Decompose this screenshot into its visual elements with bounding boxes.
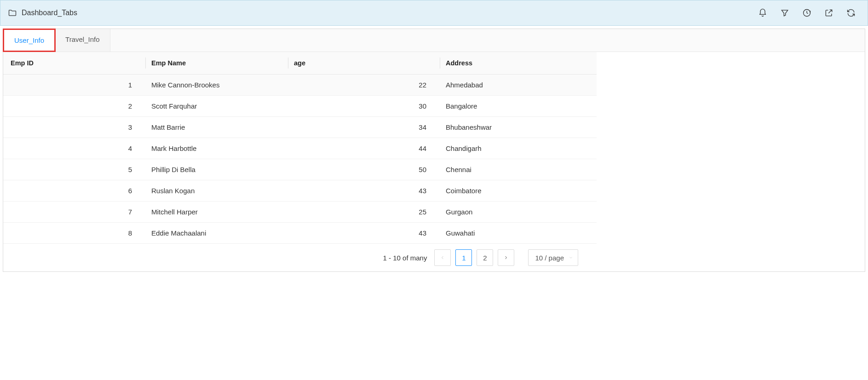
cell-address: Chandigarh [440, 138, 597, 159]
cell-emp-id: 1 [3, 75, 146, 96]
chevron-right-icon [503, 255, 509, 260]
col-address[interactable]: Address [440, 52, 597, 75]
col-emp-name[interactable]: Emp Name [146, 52, 288, 75]
cell-address: Chennai [440, 159, 597, 180]
page-size-select[interactable]: 10 / page [528, 249, 578, 266]
cell-emp-id: 2 [3, 96, 146, 117]
table-row[interactable]: 1Mike Cannon-Brookes22Ahmedabad [3, 75, 597, 96]
folder-icon [8, 8, 17, 17]
export-icon[interactable] [824, 8, 834, 17]
cell-age: 34 [288, 117, 440, 138]
cell-address: Gurgaon [440, 202, 597, 223]
cell-emp-name: Mark Harbottle [146, 138, 288, 159]
cell-emp-name: Ruslan Kogan [146, 180, 288, 202]
col-age[interactable]: age [288, 52, 440, 75]
page-button-2[interactable]: 2 [477, 249, 493, 266]
cell-emp-name: Phillip Di Bella [146, 159, 288, 180]
cell-emp-id: 7 [3, 202, 146, 223]
cell-age: 43 [288, 180, 440, 202]
tab-travel_info[interactable]: Travel_Info [55, 29, 110, 52]
cell-age: 44 [288, 138, 440, 159]
tab-user_info[interactable]: User_Info [3, 29, 56, 52]
cell-emp-id: 4 [3, 138, 146, 159]
table-container: Emp ID Emp Name age Address 1Mike Cannon… [3, 52, 597, 244]
cell-emp-id: 3 [3, 117, 146, 138]
cell-address: Ahmedabad [440, 75, 597, 96]
table-scroll[interactable]: 1Mike Cannon-Brookes22Ahmedabad2Scott Fa… [3, 75, 597, 244]
chevron-left-icon [440, 255, 445, 260]
table-row[interactable]: 7Mitchell Harper25Gurgaon [3, 202, 597, 223]
page-buttons: 12 [455, 249, 493, 266]
cell-age: 50 [288, 159, 440, 180]
chevron-down-icon [569, 255, 573, 260]
table-row[interactable]: 5Phillip Di Bella50Chennai [3, 159, 597, 180]
cell-age: 43 [288, 223, 440, 244]
clock-refresh-icon[interactable] [802, 8, 811, 17]
pagination-info: 1 - 10 of many [383, 254, 427, 262]
header-left: Dashboard_Tabs [8, 8, 77, 17]
table-row[interactable]: 2Scott Farquhar30Bangalore [3, 96, 597, 117]
cell-emp-id: 8 [3, 223, 146, 244]
cell-emp-name: Mitchell Harper [146, 202, 288, 223]
col-emp-id[interactable]: Emp ID [3, 52, 146, 75]
page-button-1[interactable]: 1 [455, 249, 472, 266]
table-row[interactable]: 4Mark Harbottle44Chandigarh [3, 138, 597, 159]
next-page-button[interactable] [498, 249, 514, 266]
pagination: 1 - 10 of many 12 10 / page [3, 244, 597, 271]
table-row[interactable]: 6Ruslan Kogan43Coimbatore [3, 180, 597, 202]
refresh-icon[interactable] [846, 8, 856, 17]
cell-emp-name: Eddie Machaalani [146, 223, 288, 244]
cell-emp-name: Matt Barrie [146, 117, 288, 138]
cell-age: 25 [288, 202, 440, 223]
tab-bar: User_InfoTravel_Info [3, 29, 865, 52]
cell-emp-id: 5 [3, 159, 146, 180]
page-title: Dashboard_Tabs [22, 9, 77, 17]
cell-address: Bangalore [440, 96, 597, 117]
cell-address: Coimbatore [440, 180, 597, 202]
table-row[interactable]: 3Matt Barrie34Bhubaneshwar [3, 117, 597, 138]
data-table: Emp ID Emp Name age Address [3, 52, 597, 75]
prev-page-button[interactable] [434, 249, 451, 266]
cell-emp-name: Scott Farquhar [146, 96, 288, 117]
filter-icon[interactable] [780, 8, 789, 17]
content-panel: User_InfoTravel_Info Emp ID Emp Name age… [3, 29, 865, 272]
table-header: Emp ID Emp Name age Address [3, 52, 597, 75]
table-row[interactable]: 8Eddie Machaalani43Guwahati [3, 223, 597, 244]
cell-address: Guwahati [440, 223, 597, 244]
cell-address: Bhubaneshwar [440, 117, 597, 138]
bell-icon[interactable] [758, 8, 767, 17]
cell-age: 22 [288, 75, 440, 96]
table-body: 1Mike Cannon-Brookes22Ahmedabad2Scott Fa… [3, 75, 597, 244]
cell-age: 30 [288, 96, 440, 117]
page-header: Dashboard_Tabs [0, 0, 868, 26]
cell-emp-name: Mike Cannon-Brookes [146, 75, 288, 96]
header-toolbar [758, 8, 860, 17]
cell-emp-id: 6 [3, 180, 146, 202]
page-size-value: 10 / page [535, 254, 564, 262]
